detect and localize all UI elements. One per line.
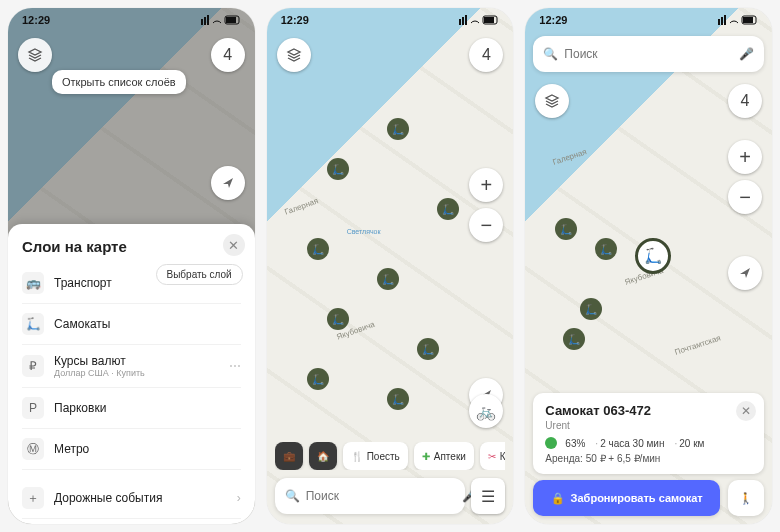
sheet-title: Слои на карте xyxy=(22,238,241,255)
layer-row-metro[interactable]: Ⓜ Метро xyxy=(22,429,241,470)
scooter-brand: Urent xyxy=(545,420,752,431)
locate-me-button[interactable] xyxy=(728,256,762,290)
layer-sublabel: Доллар США · Купить xyxy=(54,368,219,378)
zoom-level-badge[interactable]: 4 xyxy=(211,38,245,72)
layers-icon xyxy=(27,47,43,63)
search-bar[interactable]: 🔍 🎤 xyxy=(275,478,466,514)
scooter-marker[interactable]: 🛴 xyxy=(437,198,459,220)
plus-circle-icon: ＋ xyxy=(22,487,44,509)
chip-toolbox[interactable]: 💼 xyxy=(275,442,303,470)
layer-label: Парковки xyxy=(54,401,241,415)
layer-label: Дорожные события xyxy=(54,491,227,505)
mic-icon[interactable]: 🎤 xyxy=(739,47,754,61)
lock-icon: 🔒 xyxy=(551,492,565,505)
svg-rect-6 xyxy=(462,17,464,25)
scooter-card: ✕ Самокат 063-472 Urent 63% 2 часа 30 ми… xyxy=(533,393,764,474)
layer-row-road-events[interactable]: ＋ Дорожные события › xyxy=(22,478,241,519)
search-icon: 🔍 xyxy=(285,489,300,503)
scooter-marker[interactable]: 🛴 xyxy=(307,368,329,390)
locate-icon xyxy=(221,176,235,190)
zoom-out-button[interactable]: − xyxy=(728,180,762,214)
svg-rect-7 xyxy=(465,15,467,25)
scissors-icon: ✂ xyxy=(488,451,496,462)
status-bar: 12:29 xyxy=(525,8,772,32)
scooter-marker[interactable]: 🛴 xyxy=(327,158,349,180)
scooter-price: Аренда: 50 ₽ + 6,5 ₽/мин xyxy=(545,453,752,464)
search-input[interactable] xyxy=(564,47,733,61)
parking-icon: P xyxy=(22,397,44,419)
svg-rect-2 xyxy=(207,15,209,25)
scooter-marker[interactable]: 🛴 xyxy=(327,308,349,330)
menu-button[interactable]: ☰ xyxy=(471,478,505,514)
battery-icon xyxy=(545,437,557,449)
search-bar[interactable]: 🔍 🎤 xyxy=(533,36,764,72)
phone-screen-3: 12:29 🔍 🎤 4 + − Галерная Якубовича Почта… xyxy=(525,8,772,524)
scooter-stats: 63% 2 часа 30 мин 20 км xyxy=(545,437,752,449)
status-time: 12:29 xyxy=(281,14,309,26)
battery-percent: 63% xyxy=(565,438,585,449)
phone-screen-1: 12:29 4 Открыть список слоёв ✕ Слои на к… xyxy=(8,8,255,524)
layers-icon xyxy=(286,47,302,63)
home-icon: 🏠 xyxy=(317,451,329,462)
status-bar: 12:29 xyxy=(267,8,514,32)
select-layer-pill[interactable]: Выбрать слой xyxy=(156,264,243,285)
status-time: 12:29 xyxy=(22,14,50,26)
poi-label: Светлячок xyxy=(347,228,381,235)
layer-row-favorites[interactable]: 🔖 Избранное › xyxy=(22,519,241,524)
status-indicators-icon xyxy=(201,15,241,25)
cta-row: 🔒 Забронировать самокат 🚶 xyxy=(533,480,764,516)
scooter-marker[interactable]: 🛴 xyxy=(307,238,329,260)
chip-beauty[interactable]: ✂Красота xyxy=(480,442,505,470)
scooter-detail-sheet: ✕ Самокат 063-472 Urent 63% 2 часа 30 ми… xyxy=(525,387,772,524)
more-icon[interactable]: ⋯ xyxy=(229,359,241,373)
phone-screen-2: 12:29 4 + − 🚲 Галерная Якубовича Светляч… xyxy=(267,8,514,524)
layers-icon xyxy=(544,93,560,109)
zoom-in-button[interactable]: + xyxy=(728,140,762,174)
chip-eat[interactable]: 🍴Поесть xyxy=(343,442,408,470)
layers-button[interactable] xyxy=(18,38,52,72)
bus-icon: 🚌 xyxy=(22,272,44,294)
svg-rect-12 xyxy=(724,15,726,25)
chip-home[interactable]: 🏠 xyxy=(309,442,337,470)
svg-rect-1 xyxy=(204,17,206,25)
chips-row: 💼 🏠 🍴Поесть ✚Аптеки ✂Красота xyxy=(275,442,506,470)
menu-icon: ☰ xyxy=(481,487,495,506)
layer-row-currency[interactable]: ₽ Курсы валют Доллар США · Купить ⋯ xyxy=(22,345,241,388)
briefcase-icon: 💼 xyxy=(283,451,295,462)
svg-rect-14 xyxy=(743,17,753,23)
chip-pharmacy[interactable]: ✚Аптеки xyxy=(414,442,474,470)
bicycle-icon: 🚲 xyxy=(476,402,496,421)
layer-row-scooters[interactable]: 🛴 Самокаты xyxy=(22,304,241,345)
scooter-duration: 2 часа 30 мин xyxy=(593,438,664,449)
svg-rect-5 xyxy=(459,19,461,25)
status-time: 12:29 xyxy=(539,14,567,26)
layer-label: Самокаты xyxy=(54,317,241,331)
layers-button[interactable] xyxy=(277,38,311,72)
scooter-range: 20 км xyxy=(672,438,704,449)
locate-me-button[interactable] xyxy=(211,166,245,200)
status-indicators-icon xyxy=(459,15,499,25)
walk-icon: 🚶 xyxy=(739,492,753,505)
scooter-marker[interactable]: 🛴 xyxy=(387,118,409,140)
svg-rect-4 xyxy=(226,17,236,23)
layer-label: Метро xyxy=(54,442,241,456)
walk-route-button[interactable]: 🚶 xyxy=(728,480,764,516)
close-button[interactable]: ✕ xyxy=(736,401,756,421)
scooter-marker[interactable]: 🛴 xyxy=(417,338,439,360)
scooter-marker[interactable]: 🛴 xyxy=(387,388,409,410)
search-input[interactable] xyxy=(306,489,456,503)
currency-icon: ₽ xyxy=(22,355,44,377)
scooter-marker[interactable]: 🛴 xyxy=(377,268,399,290)
scooter-title: Самокат 063-472 xyxy=(545,403,752,418)
locate-icon xyxy=(738,266,752,280)
reserve-button[interactable]: 🔒 Забронировать самокат xyxy=(533,480,720,516)
layers-sheet: ✕ Слои на карте Выбрать слой 🚌 Транспорт… xyxy=(8,224,255,524)
layers-tooltip: Открыть список слоёв xyxy=(52,70,186,94)
svg-rect-0 xyxy=(201,19,203,25)
status-bar: 12:29 xyxy=(8,8,255,32)
zoom-level-badge[interactable]: 4 xyxy=(728,84,762,118)
fork-icon: 🍴 xyxy=(351,451,363,462)
chevron-right-icon: › xyxy=(237,491,241,505)
close-button[interactable]: ✕ xyxy=(223,234,245,256)
layer-row-parking[interactable]: P Парковки xyxy=(22,388,241,429)
